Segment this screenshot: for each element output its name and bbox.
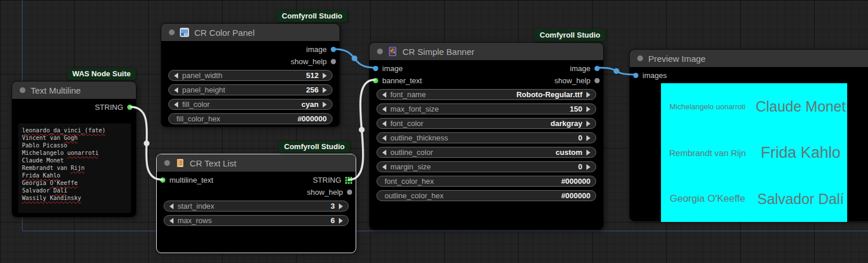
widget-panel-width[interactable]: panel_width 512 <box>168 70 333 81</box>
preview-image-output: Michelangelo uonarroti Claude Monet Remb… <box>661 83 847 222</box>
collapse-dot-icon[interactable] <box>377 49 383 54</box>
node-cr-text-list[interactable]: Comfyroll Studio CR Text List multiline_… <box>156 154 356 253</box>
decrement-arrow-icon[interactable] <box>382 150 386 155</box>
output-slot-show-help[interactable] <box>331 59 336 64</box>
decrement-arrow-icon[interactable] <box>382 121 386 127</box>
decrement-arrow-icon[interactable] <box>174 87 178 93</box>
node-titlebar[interactable]: CR Text List <box>157 154 356 172</box>
widget-fill-color-hex[interactable]: fill_color_hex #000000 <box>168 113 333 124</box>
increment-arrow-icon[interactable] <box>586 135 590 141</box>
widget-font-name[interactable]: font_name Roboto-Regular.ttf <box>376 89 596 100</box>
node-titlebar[interactable]: CR Simple Banner <box>370 43 603 60</box>
slot-row: banner_text show_help <box>370 75 603 87</box>
widget-outline-color-hex[interactable]: outline_color_hex #000000 <box>376 190 596 201</box>
output-slot-string[interactable] <box>127 105 132 110</box>
node-cr-color-panel[interactable]: Comfyroll Studio CR Color Panel image sh… <box>161 23 340 127</box>
widget-panel-height[interactable]: panel_height 256 <box>168 84 333 95</box>
node-title: CR Color Panel <box>194 28 254 38</box>
banner-cell: Rembrandt van Rijn <box>661 129 754 176</box>
input-label: banner_text <box>382 76 422 85</box>
increment-arrow-icon[interactable] <box>586 92 590 98</box>
output-slot-show-help[interactable] <box>594 78 600 83</box>
text-line: Frida Kahlo <box>22 172 127 179</box>
widget-font-color[interactable]: font_color darkgray <box>376 118 596 129</box>
widget-max-font-size[interactable]: max_font_size 150 <box>376 103 596 114</box>
decrement-arrow-icon[interactable] <box>382 92 386 98</box>
collapse-dot-icon[interactable] <box>164 160 170 166</box>
text-line: Rembrandt van Rijn <box>22 164 127 172</box>
text-line: Claude Monet <box>22 157 127 164</box>
node-title: Preview Image <box>648 54 706 64</box>
text-line: Michelangelo uonarroti <box>22 149 127 157</box>
slot-row: images <box>630 69 868 82</box>
node-source-badge: Comfyroll Studio <box>534 29 605 41</box>
input-slot-image[interactable] <box>373 66 378 71</box>
decrement-arrow-icon[interactable] <box>382 135 386 141</box>
increment-arrow-icon[interactable] <box>323 102 327 108</box>
output-label: show_help <box>291 57 327 66</box>
output-label: image <box>306 45 327 54</box>
output-label: STRING <box>95 103 123 112</box>
decrement-arrow-icon[interactable] <box>382 164 386 170</box>
collapse-dot-icon[interactable] <box>20 87 25 93</box>
increment-arrow-icon[interactable] <box>339 203 343 209</box>
banner-cell: Claude Monet <box>754 83 847 129</box>
decrement-arrow-icon[interactable] <box>169 218 173 224</box>
text-line: leonardo_da_vinci_(fate) <box>22 127 127 134</box>
node-titlebar[interactable]: Text Multiline <box>12 82 136 99</box>
multiline-textarea[interactable]: leonardo_da_vinci_(fate) Vincent van Gog… <box>18 123 131 213</box>
output-slot-image[interactable] <box>331 47 336 52</box>
input-label: image <box>382 64 402 73</box>
node-titlebar[interactable]: Preview Image <box>630 50 868 67</box>
widget-margin-size[interactable]: margin_size 0 <box>376 161 596 172</box>
output-label: show_help <box>555 76 590 85</box>
banner-cell: Frida Kahlo <box>754 129 847 176</box>
output-slot-image[interactable] <box>594 66 600 71</box>
banner-cell: Georgia O'Keeffe <box>661 176 754 222</box>
output-slot-string-list-icon[interactable] <box>345 177 352 184</box>
slot-row: image image <box>370 62 603 75</box>
decrement-arrow-icon[interactable] <box>382 106 386 112</box>
node-cr-simple-banner[interactable]: Comfyroll Studio CR Simple Banner image … <box>369 42 604 230</box>
text-line: Salvador Dalí <box>22 187 127 194</box>
slot-row: STRING <box>12 101 136 113</box>
node-title: CR Text List <box>190 158 237 168</box>
widget-start-index[interactable]: start_index 3 <box>164 201 349 212</box>
node-title: Text Multiline <box>31 86 81 95</box>
input-slot-banner-text[interactable] <box>373 78 378 83</box>
input-label: images <box>642 71 667 80</box>
text-list-icon <box>175 158 184 168</box>
text-line: Wassily Kandinsky <box>22 194 127 202</box>
collapse-dot-icon[interactable] <box>637 55 643 61</box>
slot-row: multiline_text STRING <box>157 174 356 186</box>
text-line: Georgia O'Keeffe <box>22 179 127 187</box>
increment-arrow-icon[interactable] <box>339 218 343 224</box>
increment-arrow-icon[interactable] <box>586 121 590 127</box>
output-label: STRING <box>313 176 341 184</box>
slot-row: image <box>161 43 339 55</box>
widget-max-rows[interactable]: max_rows 6 <box>164 215 349 226</box>
node-preview-image[interactable]: Preview Image images Michelangelo uonarr… <box>629 49 868 221</box>
decrement-arrow-icon[interactable] <box>169 203 173 209</box>
input-slot-images[interactable] <box>633 73 638 78</box>
node-source-badge: Comfyroll Studio <box>276 10 348 22</box>
node-titlebar[interactable]: CR Color Panel <box>161 24 339 41</box>
node-text-multiline[interactable]: WAS Node Suite Text Multiline STRING leo… <box>12 81 136 217</box>
node-source-badge: Comfyroll Studio <box>279 141 350 153</box>
increment-arrow-icon[interactable] <box>586 150 590 155</box>
increment-arrow-icon[interactable] <box>586 106 590 112</box>
widget-fill-color[interactable]: fill_color cyan <box>168 99 333 110</box>
decrement-arrow-icon[interactable] <box>174 73 178 79</box>
widget-outline-thickness[interactable]: outline_thickness 0 <box>376 132 596 143</box>
color-panel-icon <box>180 28 189 37</box>
collapse-dot-icon[interactable] <box>169 29 175 35</box>
widget-font-color-hex[interactable]: font_color_hex #000000 <box>376 176 596 187</box>
increment-arrow-icon[interactable] <box>586 164 590 170</box>
banner-cell: Salvador Dalí <box>754 176 847 222</box>
widget-outline-color[interactable]: outline_color custom <box>376 147 596 158</box>
decrement-arrow-icon[interactable] <box>174 102 178 108</box>
input-slot-multiline-text[interactable] <box>160 177 165 183</box>
increment-arrow-icon[interactable] <box>323 87 327 93</box>
increment-arrow-icon[interactable] <box>323 73 327 79</box>
output-slot-show-help[interactable] <box>347 190 352 195</box>
